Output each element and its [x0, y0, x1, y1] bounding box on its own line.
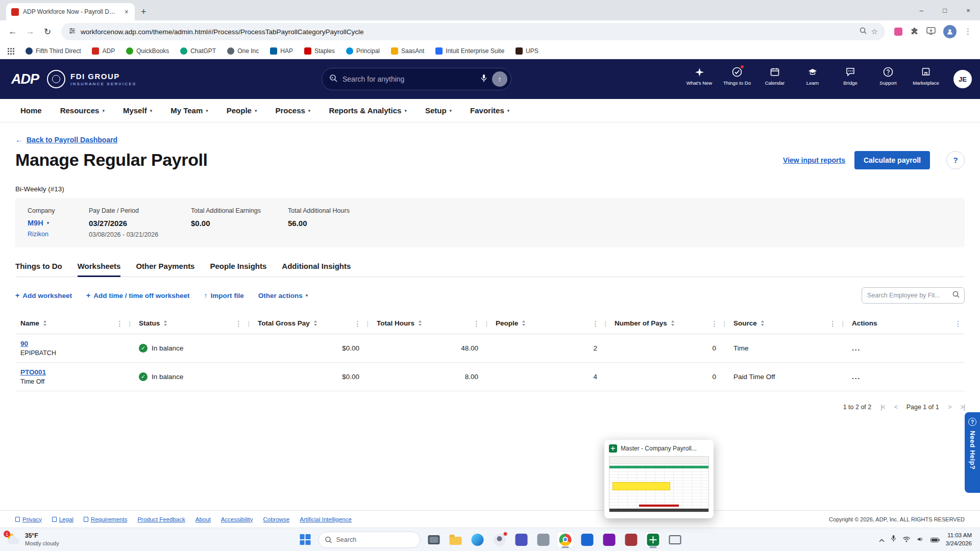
tab-things-to-do[interactable]: Things to Do	[15, 262, 62, 277]
things-to-do-button[interactable]: Things to Do	[721, 66, 753, 86]
mic-icon[interactable]	[891, 535, 896, 544]
start-button[interactable]	[297, 531, 314, 548]
weather-widget[interactable]: 1 35°F Mostly cloudy	[6, 532, 59, 547]
battery-icon[interactable]	[930, 535, 940, 544]
bookmark-item[interactable]: ChatGPT	[180, 47, 216, 55]
support-button[interactable]: Support	[872, 66, 904, 86]
onenote-button[interactable]	[601, 531, 618, 548]
global-search-input[interactable]	[342, 75, 476, 83]
nav-item-my-team[interactable]: My Team▾	[170, 106, 208, 115]
virtual-desktop-button[interactable]	[667, 531, 684, 548]
calendar-button[interactable]: Calendar	[758, 66, 791, 86]
reload-button[interactable]: ↻	[39, 23, 56, 40]
nav-item-process[interactable]: Process▾	[275, 106, 310, 115]
nav-item-resources[interactable]: Resources▾	[60, 106, 105, 115]
excel-taskbar-preview[interactable]: Master - Company Payroll...	[604, 440, 714, 518]
tab-close-icon[interactable]: ×	[124, 8, 130, 16]
meet-button[interactable]	[579, 531, 596, 548]
bookmark-item[interactable]: UPS	[516, 47, 538, 55]
search-icon[interactable]	[952, 291, 960, 300]
add-time-worksheet-button[interactable]: +Add time / time off worksheet	[86, 291, 189, 299]
table-row[interactable]: PTO001 Time Off ✓In balance $0.00 8.00 4…	[15, 363, 965, 391]
bookmark-item[interactable]: QuickBooks	[126, 47, 169, 55]
column-menu-icon[interactable]: ⋮	[829, 319, 836, 328]
footer-link-about[interactable]: About	[195, 516, 211, 522]
tab-other-payments[interactable]: Other Payments	[136, 262, 194, 277]
next-page-icon[interactable]: >	[948, 404, 951, 411]
bookmark-star-icon[interactable]: ☆	[871, 27, 878, 36]
column-header-gross-pay[interactable]: Total Gross Pay⋮|	[253, 313, 372, 334]
forward-button[interactable]: →	[21, 23, 39, 40]
pinned-extension-icon[interactable]	[894, 28, 902, 36]
bridge-button[interactable]: Bridge	[834, 66, 867, 86]
nav-item-favorites[interactable]: Favorites▾	[470, 106, 509, 115]
extensions-puzzle-icon[interactable]	[910, 27, 919, 37]
import-file-button[interactable]: ↑Import file	[204, 291, 243, 299]
address-bar[interactable]: ☆	[61, 23, 885, 40]
bookmark-item[interactable]: HAP	[270, 47, 293, 55]
back-button[interactable]: ←	[4, 23, 21, 40]
site-settings-icon[interactable]	[68, 27, 76, 37]
add-worksheet-button[interactable]: +Add worksheet	[15, 291, 72, 299]
search-submit-button[interactable]: ↑	[492, 71, 507, 87]
footer-link-privacy[interactable]: Privacy	[15, 516, 42, 522]
first-page-icon[interactable]: |<	[880, 404, 885, 411]
whats-new-button[interactable]: What's New	[683, 66, 716, 86]
help-button[interactable]: ?	[946, 151, 965, 169]
marketplace-button[interactable]: Marketplace	[910, 66, 942, 86]
bookmark-item[interactable]: Principal	[346, 47, 380, 55]
file-explorer-button[interactable]	[447, 531, 464, 548]
taskbar-clock[interactable]: 11:03 AM 3/24/2026	[946, 532, 972, 547]
column-menu-icon[interactable]: ⋮	[116, 319, 123, 328]
tab-additional-insights[interactable]: Additional Insights	[282, 262, 351, 277]
window-maximize-button[interactable]: □	[933, 0, 957, 20]
footer-link-requirements[interactable]: Requirements	[84, 516, 128, 522]
bookmark-item[interactable]: Intuit Enterprise Suite	[435, 47, 504, 55]
tab-worksheets[interactable]: Worksheets	[78, 262, 121, 277]
teams-button[interactable]	[513, 531, 530, 548]
column-header-source[interactable]: Source⋮|	[728, 313, 847, 334]
chrome-button[interactable]	[557, 531, 574, 548]
new-tab-button[interactable]: +	[141, 7, 146, 16]
last-page-icon[interactable]: >|	[961, 404, 965, 411]
camera-button[interactable]	[535, 531, 552, 548]
footer-link-product-feedback[interactable]: Product Feedback	[137, 516, 185, 522]
mic-icon[interactable]	[481, 74, 487, 85]
previous-page-icon[interactable]: <	[894, 404, 897, 411]
column-header-actions[interactable]: Actions⋮	[847, 313, 965, 334]
browser-tab[interactable]: ADP Workforce Now - Payroll D… ×	[6, 3, 135, 20]
company-sub-link[interactable]: Rizikon	[28, 231, 79, 238]
tray-chevron-up-icon[interactable]	[879, 535, 885, 544]
bookmark-item[interactable]: Fifth Third Direct	[26, 47, 81, 55]
window-close-button[interactable]: ×	[957, 0, 980, 20]
global-search[interactable]: ↑	[322, 68, 511, 90]
contacts-button[interactable]	[491, 531, 508, 548]
back-link[interactable]: ← Back to Payroll Dashboard	[15, 136, 965, 144]
adp-logo[interactable]: ADP	[11, 71, 39, 87]
bookmark-item[interactable]: Staples	[304, 47, 335, 55]
footer-link-legal[interactable]: Legal	[52, 516, 74, 522]
access-button[interactable]	[623, 531, 640, 548]
column-menu-icon[interactable]: ⋮	[235, 319, 242, 328]
profile-avatar-icon[interactable]	[943, 25, 957, 38]
column-header-total-hours[interactable]: Total Hours⋮|	[372, 313, 491, 334]
tab-people-insights[interactable]: People Insights	[210, 262, 266, 277]
column-header-name[interactable]: Name⋮|	[15, 313, 134, 334]
taskbar-search[interactable]: Search	[318, 532, 421, 548]
worksheet-link[interactable]: PTO001	[20, 368, 46, 376]
row-actions-menu[interactable]: ...	[852, 373, 861, 381]
excel-button[interactable]	[645, 531, 662, 548]
table-row[interactable]: 90 EPIPBATCH ✓In balance $0.00 48.00 2 0…	[15, 334, 965, 363]
bookmark-item[interactable]: One Inc	[227, 47, 259, 55]
browser-menu-icon[interactable]: ⋮	[964, 27, 972, 36]
column-menu-icon[interactable]: ⋮	[592, 319, 599, 328]
calculate-payroll-button[interactable]: Calculate payroll	[854, 151, 930, 169]
bookmark-item[interactable]: ADP	[92, 47, 115, 55]
column-header-number-of-pays[interactable]: Number of Pays⋮|	[609, 313, 728, 334]
worksheet-link[interactable]: 90	[20, 340, 28, 347]
column-header-people[interactable]: People⋮|	[491, 313, 609, 334]
need-help-tab[interactable]: ? Need Help?	[965, 412, 980, 493]
employee-search-input[interactable]	[867, 292, 949, 299]
column-menu-icon[interactable]: ⋮	[954, 319, 962, 328]
column-menu-icon[interactable]: ⋮	[710, 319, 718, 328]
